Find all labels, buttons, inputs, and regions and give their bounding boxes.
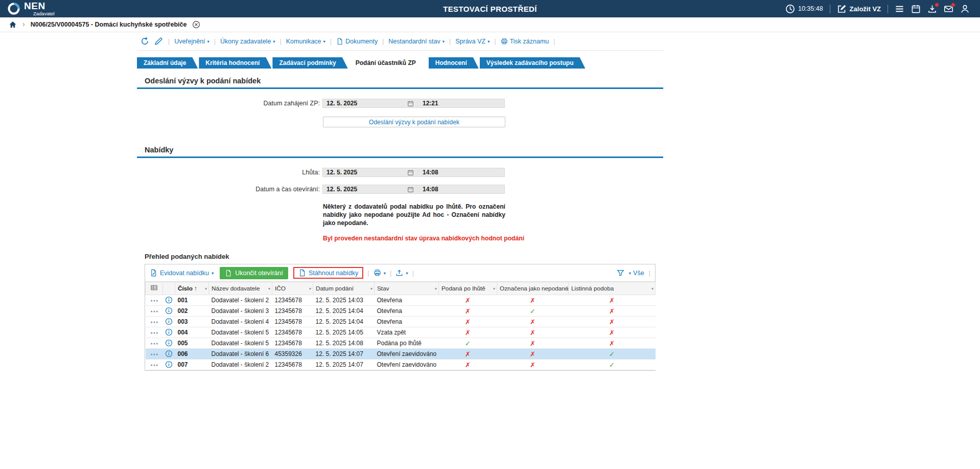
chevron-down-icon: ▾ bbox=[384, 271, 386, 276]
close-record-icon[interactable] bbox=[192, 20, 200, 29]
menu-item[interactable]: Dokumenty bbox=[336, 38, 378, 45]
filter-caret-icon[interactable]: ▾ bbox=[435, 286, 437, 291]
filter-caret-icon[interactable]: ▾ bbox=[309, 286, 311, 291]
filter-caret-icon[interactable]: ▾ bbox=[493, 286, 495, 291]
current-time: 10:35:48 bbox=[798, 5, 823, 12]
calendar-icon[interactable] bbox=[911, 4, 921, 14]
filter-all-dropdown[interactable]: ▾ Vše bbox=[629, 270, 644, 277]
deadline-date-field[interactable]: 12. 5. 2025 bbox=[322, 168, 418, 177]
filter-caret-icon[interactable]: ▾ bbox=[651, 286, 654, 291]
row-actions-icon[interactable] bbox=[150, 342, 158, 345]
menu-item[interactable]: Uveřejnění ▾ bbox=[174, 38, 209, 45]
downloads-icon[interactable] bbox=[927, 4, 937, 14]
filter-caret-icon[interactable]: ▾ bbox=[370, 286, 372, 291]
column-nepodana[interactable]: Označena jako nepodaná▾ bbox=[497, 282, 569, 295]
tab-v-sledek-zad-vac-ho-postupu[interactable]: Výsledek zadávacího postupu bbox=[480, 57, 586, 69]
filter-funnel-icon[interactable] bbox=[617, 269, 624, 277]
menu-item[interactable]: Nestandardní stav ▾ bbox=[388, 38, 445, 45]
offer-supplier: Dodavatel - školení 3 bbox=[209, 306, 272, 317]
evidovat-nabidku-button[interactable]: Evidovat nabídku ▾ bbox=[150, 269, 214, 277]
deadline-date-value: 12. 5. 2025 bbox=[326, 169, 357, 176]
separator bbox=[888, 5, 888, 13]
menu-item[interactable]: Správa VZ ▾ bbox=[455, 38, 489, 45]
nen-logo[interactable]: NEN Zadavatel bbox=[7, 1, 55, 16]
ukoncit-oteviran-button[interactable]: Ukončit otevírání bbox=[220, 267, 288, 279]
home-icon[interactable] bbox=[9, 20, 17, 29]
send-invitation-button[interactable]: Odeslání výzvy k podání nabídek bbox=[323, 117, 505, 127]
tab-z-kladn-daje[interactable]: Základní údaje bbox=[137, 57, 198, 69]
breadcrumb-record[interactable]: N006/25/V00004575 - Domácí kuchyňské spo… bbox=[31, 21, 187, 28]
menu-item[interactable]: Komunikace ▾ bbox=[286, 38, 325, 45]
calendar-icon[interactable] bbox=[407, 186, 414, 193]
record-tabs: Základní údaje Kritéria hodnocení Zadáva… bbox=[137, 57, 663, 69]
menu-separator: | bbox=[553, 38, 555, 45]
separator: | bbox=[412, 269, 414, 277]
messages-icon[interactable] bbox=[944, 4, 953, 14]
export-table-button[interactable]: ▾ bbox=[395, 269, 408, 277]
column-cislo[interactable]: Číslo↑ ▾ bbox=[175, 282, 209, 295]
info-icon[interactable] bbox=[165, 296, 173, 304]
row-actions-icon[interactable] bbox=[150, 310, 158, 313]
menu-item[interactable]: Úkony zadavatele ▾ bbox=[220, 38, 275, 45]
row-actions-icon[interactable] bbox=[150, 321, 158, 324]
check-icon: ✓ bbox=[609, 350, 615, 358]
table-row[interactable]: 004 Dodavatel - školení 5 12345678 12. 5… bbox=[146, 327, 656, 338]
row-actions-icon[interactable] bbox=[150, 299, 158, 302]
user-icon[interactable] bbox=[960, 4, 970, 14]
table-row[interactable]: 007 Dodavatel - školení 2 12345678 12. 5… bbox=[146, 360, 656, 370]
cross-icon: ✗ bbox=[609, 307, 615, 315]
info-icon[interactable] bbox=[165, 307, 173, 315]
offer-marked-unsubmitted-mark: ✗ bbox=[497, 317, 569, 327]
table-row[interactable]: 001 Dodavatel - školení 2 12345678 12. 5… bbox=[146, 295, 656, 306]
row-actions-icon[interactable] bbox=[150, 353, 158, 356]
cross-icon: ✗ bbox=[609, 318, 615, 326]
print-table-button[interactable]: ▾ bbox=[374, 269, 386, 277]
filter-caret-icon[interactable]: ▾ bbox=[565, 286, 567, 291]
column-stav[interactable]: Stav▾ bbox=[375, 282, 439, 295]
table-row[interactable]: 005 Dodavatel - školení 5 12345678 12. 5… bbox=[146, 338, 656, 349]
tab-pod-n-astn-k-zp[interactable]: Podání účastníků ZP bbox=[349, 57, 428, 69]
info-icon[interactable] bbox=[165, 361, 173, 368]
opening-date-field[interactable]: 12. 5. 2025 bbox=[322, 185, 418, 194]
column-datum[interactable]: Datum podání▾ bbox=[313, 282, 375, 295]
tab-zad-vac-podm-nky[interactable]: Zadávací podmínky bbox=[272, 57, 347, 69]
column-ico[interactable]: IČO▾ bbox=[272, 282, 313, 295]
info-icon[interactable] bbox=[165, 328, 173, 336]
stahnout-nabidky-button[interactable]: Stáhnout nabídky bbox=[298, 269, 358, 277]
history-undo-icon[interactable] bbox=[141, 37, 149, 46]
offer-status: Otevření zaevidováno bbox=[375, 349, 439, 360]
opening-time-field[interactable]: 14:08 bbox=[418, 185, 505, 194]
deadline-time-field[interactable]: 14:08 bbox=[418, 168, 505, 177]
pencil-icon[interactable] bbox=[154, 37, 163, 46]
column-nazev[interactable]: Název dodavatele▾ bbox=[209, 282, 272, 295]
info-icon[interactable] bbox=[165, 318, 173, 325]
column-po-lhute[interactable]: Podaná po lhůtě▾ bbox=[439, 282, 497, 295]
tab-krit-ria-hodnocen[interactable]: Kritéria hodnocení bbox=[199, 57, 271, 69]
table-row[interactable]: 002 Dodavatel - školení 3 12345678 12. 5… bbox=[146, 306, 656, 317]
start-date-field[interactable]: 12. 5. 2025 bbox=[322, 99, 418, 108]
menu-item[interactable]: Tisk záznamu bbox=[501, 38, 549, 45]
column-listinna[interactable]: Listinná podoba▾ bbox=[569, 282, 656, 295]
filter-caret-icon[interactable]: ▾ bbox=[268, 286, 270, 291]
chevron-down-icon: ▾ bbox=[442, 39, 445, 44]
row-info-cell bbox=[163, 317, 175, 327]
info-icon[interactable] bbox=[165, 339, 173, 347]
menu-separator: | bbox=[214, 38, 216, 45]
filter-caret-icon[interactable]: ▾ bbox=[205, 286, 207, 291]
start-time-field[interactable]: 12:21 bbox=[418, 99, 505, 108]
tab-hodnocen[interactable]: Hodnocení bbox=[429, 57, 479, 69]
calendar-icon[interactable] bbox=[407, 169, 414, 176]
row-actions-icon[interactable] bbox=[150, 364, 158, 367]
table-row[interactable]: 003 Dodavatel - školení 4 12345678 12. 5… bbox=[146, 317, 656, 327]
row-actions-icon[interactable] bbox=[150, 331, 158, 334]
calendar-icon[interactable] bbox=[407, 100, 414, 107]
table-toolbar-right: ▾ Vše | bbox=[617, 269, 650, 277]
table-row[interactable]: 006 Dodavatel - školení 6 45359326 12. 5… bbox=[146, 349, 656, 360]
create-vz-button[interactable]: Založit VZ bbox=[837, 4, 881, 14]
offer-paper-form-mark: ✗ bbox=[569, 306, 656, 317]
hamburger-menu-icon[interactable] bbox=[895, 4, 904, 14]
sort-asc-icon: ↑ bbox=[194, 285, 197, 292]
menu-item-label: Uveřejnění bbox=[174, 38, 205, 45]
info-icon[interactable] bbox=[165, 350, 173, 358]
offer-status: Otevřena bbox=[375, 306, 439, 317]
